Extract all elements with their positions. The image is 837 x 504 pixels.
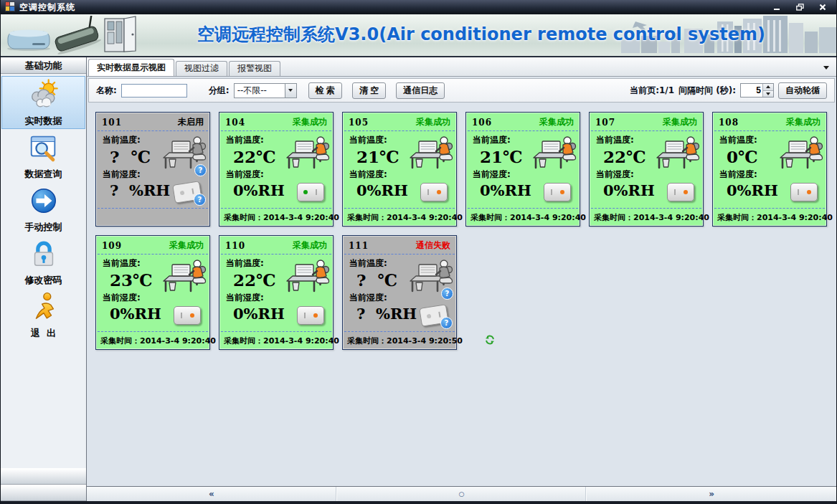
window-bottom-edge — [1, 501, 836, 504]
device-status: 采集成功 — [416, 116, 450, 128]
maximize-icon[interactable] — [790, 2, 809, 13]
device-card-111[interactable]: 111 通信失败 当前温度: ? ℃ 当前湿度: ? %RH — [342, 235, 457, 350]
close-icon[interactable] — [813, 2, 832, 13]
device-card-110[interactable]: 110 采集成功 当前温度: 22℃ 当前湿度: 0%RH — [219, 235, 334, 350]
sidebar-footer — [1, 468, 86, 501]
collect-time-value: 2014-3-4 9:20:40 — [757, 213, 833, 222]
collect-time-label: 采集时间： — [347, 213, 387, 222]
page-indicator[interactable]: ○ — [337, 487, 587, 501]
power-switch-icon[interactable]: ? — [790, 183, 818, 201]
weather-realtime-icon — [27, 78, 60, 114]
current-page-label: 当前页:1/1 — [630, 85, 674, 97]
search-button[interactable]: 检 索 — [308, 82, 342, 99]
pagination-bar: « ○ » — [87, 486, 836, 501]
ac-unit-worker-icon: ? — [779, 135, 823, 173]
hardware-devices-image — [4, 16, 140, 57]
collect-time-value: 2014-3-4 9:20:40 — [510, 213, 586, 222]
minimize-icon[interactable] — [767, 2, 786, 13]
device-id: 107 — [595, 118, 615, 128]
device-id: 106 — [472, 118, 492, 128]
device-status: 采集成功 — [786, 116, 821, 128]
clear-button[interactable]: 清 空 — [352, 82, 386, 99]
power-switch-icon[interactable]: ? — [667, 183, 694, 201]
page-last-button[interactable]: » — [587, 487, 836, 501]
double-right-arrow-icon: » — [709, 489, 714, 499]
app-icon — [5, 1, 15, 14]
device-status: 采集成功 — [663, 116, 697, 128]
power-switch-icon[interactable]: ? — [174, 183, 201, 201]
power-switch-icon[interactable]: ? — [297, 306, 324, 325]
interval-label: 间隔时间 (秒): — [678, 85, 736, 97]
collect-time-value: 2014-3-4 9:20:50 — [387, 336, 463, 346]
sidebar-item-manual-control-arrow[interactable]: 手动控制 — [1, 182, 85, 235]
ac-unit-worker-icon: ? — [285, 258, 330, 297]
refresh-icon[interactable] — [463, 325, 495, 356]
collect-time-text: 采集时间：2014-3-4 9:20:40 — [594, 212, 709, 223]
device-card-101[interactable]: 101 未启用 当前温度: ? ℃ 当前湿度: ? %RH — [95, 112, 210, 227]
device-status: 采集成功 — [169, 239, 204, 252]
power-switch-icon[interactable]: ? — [297, 183, 324, 201]
interval-input[interactable] — [741, 84, 762, 97]
collect-time-text: 采集时间：2014-3-4 9:20:40 — [100, 336, 216, 346]
device-status: 通信失败 — [416, 239, 450, 252]
sidebar-item-exit-runner[interactable]: 退 出 — [1, 288, 85, 341]
page-dot-icon: ○ — [459, 490, 465, 498]
manual-control-arrow-icon — [27, 184, 60, 220]
sidebar-item-label: 退 出 — [31, 327, 56, 340]
sidebar-item-data-search[interactable]: 数据查询 — [1, 129, 85, 182]
refresh-icon[interactable] — [833, 202, 836, 233]
sidebar-item-weather-realtime[interactable]: 实时数据 — [1, 76, 85, 129]
sidebar-item-label: 实时数据 — [25, 115, 62, 128]
collect-time-text: 采集时间：2014-3-4 9:20:40 — [224, 212, 339, 223]
device-card-105[interactable]: 105 采集成功 当前温度: 21℃ 当前湿度: 0%RH — [342, 112, 457, 227]
device-card-107[interactable]: 107 采集成功 当前温度: 22℃ 当前湿度: 0%RH — [589, 112, 704, 227]
group-select-value: --不限-- — [235, 85, 285, 97]
power-switch-icon[interactable]: ? — [420, 183, 448, 201]
sidebar-item-label: 修改密码 — [25, 274, 62, 287]
ac-unit-worker-icon: ? — [532, 135, 577, 173]
sidebar-items: 实时数据 数据查询 手动控制 修改密码 退 出 — [1, 74, 86, 468]
power-switch-icon[interactable]: ? — [420, 306, 448, 325]
group-select[interactable]: --不限-- — [234, 83, 297, 98]
device-id: 109 — [102, 241, 122, 251]
sidebar-item-password-lock[interactable]: 修改密码 — [1, 235, 85, 288]
sidebar-footer-button[interactable] — [1, 468, 86, 485]
device-card-109[interactable]: 109 采集成功 当前温度: 23℃ 当前湿度: 0%RH — [95, 235, 210, 350]
collect-time-value: 2014-3-4 9:20:40 — [140, 336, 216, 346]
tabstrip-dropdown-icon[interactable] — [823, 66, 829, 70]
collect-time-text: 采集时间：2014-3-4 9:20:40 — [224, 336, 339, 346]
content-area: 实时数据显示视图视图过滤报警视图 名称: 分组: --不限-- 检 索 清 空 … — [87, 57, 836, 501]
tab[interactable]: 视图过滤 — [176, 61, 227, 76]
comm-log-button[interactable]: 通信日志 — [396, 82, 445, 99]
collect-time-label: 采集时间： — [347, 336, 387, 346]
spinner-buttons — [762, 84, 773, 97]
power-switch-icon[interactable]: ? — [174, 306, 201, 325]
tab[interactable]: 报警视图 — [229, 61, 280, 76]
collect-time-label: 采集时间： — [470, 213, 510, 222]
tab[interactable]: 实时数据显示视图 — [88, 59, 174, 76]
name-input[interactable] — [121, 84, 187, 98]
interval-spinner[interactable] — [740, 83, 774, 98]
chevron-down-icon[interactable] — [285, 84, 296, 98]
page-first-button[interactable]: « — [87, 487, 337, 501]
collect-time-value: 2014-3-4 9:20:40 — [633, 213, 709, 222]
spinner-down-icon[interactable] — [763, 90, 773, 98]
sidebar-header-basic-functions[interactable]: 基础功能 — [1, 57, 86, 74]
power-switch-icon[interactable]: ? — [544, 183, 571, 201]
banner-title: 空调远程控制系统V3.0(Air conditioner remote cont… — [141, 23, 822, 46]
group-label: 分组: — [209, 85, 230, 97]
collect-time-text: 采集时间：2014-3-4 9:20:40 — [717, 212, 833, 223]
sidebar-footer-button[interactable] — [1, 485, 86, 501]
device-id: 110 — [225, 241, 245, 251]
spinner-up-icon[interactable] — [763, 84, 773, 90]
device-card-108[interactable]: 108 采集成功 当前温度: 0℃ 当前湿度: 0%RH — [712, 112, 827, 227]
collect-time-value: 2014-3-4 9:20:40 — [263, 336, 339, 346]
device-card-104[interactable]: 104 采集成功 当前温度: 22℃ 当前湿度: 0%RH — [219, 112, 334, 227]
tab-strip: 实时数据显示视图视图过滤报警视图 — [87, 57, 836, 77]
banner: 空调远程控制系统V3.0(Air conditioner remote cont… — [1, 14, 836, 57]
device-card-106[interactable]: 106 采集成功 当前温度: 21℃ 当前湿度: 0%RH — [465, 112, 580, 227]
device-id: 104 — [225, 118, 245, 128]
auto-cycle-button[interactable]: 自动轮循 — [778, 82, 827, 99]
unknown-question-badge: ? — [194, 164, 207, 176]
device-status: 采集成功 — [539, 116, 574, 128]
